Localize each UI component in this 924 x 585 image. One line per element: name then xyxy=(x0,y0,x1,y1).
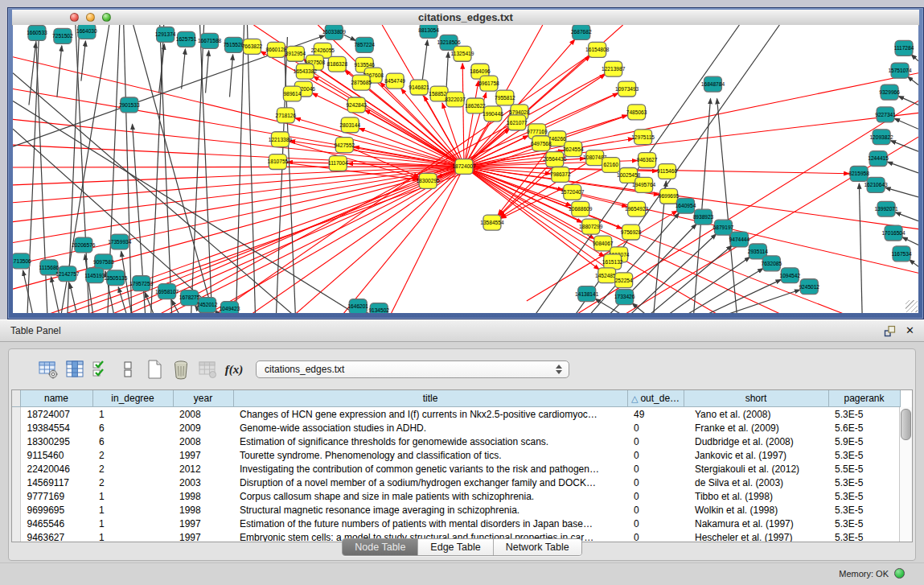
graph-node[interactable]: 8322037 xyxy=(445,92,466,107)
table-cell[interactable]: 18724007 xyxy=(20,407,92,422)
column-header-year[interactable]: year xyxy=(173,390,233,407)
graph-node[interactable]: 252254 xyxy=(615,273,633,288)
table-cell[interactable]: Changes of HCN gene expression and I(f) … xyxy=(233,407,627,422)
table-cell[interactable]: 22420046 xyxy=(20,462,92,476)
graph-node[interactable]: 8215958 xyxy=(848,167,869,182)
graph-node[interactable]: 1117004 xyxy=(328,156,348,171)
table-cell[interactable]: 9465546 xyxy=(20,517,92,530)
graph-node[interactable]: 19654923 xyxy=(625,201,649,216)
table-scrollbar-thumb[interactable] xyxy=(901,409,911,440)
table-cell[interactable]: 2 xyxy=(92,462,173,476)
table-cell[interactable]: 5.3E-5 xyxy=(828,517,900,530)
table-cell[interactable]: 0 xyxy=(627,503,684,517)
table-cell[interactable]: 2 xyxy=(92,448,173,462)
graph-node[interactable]: 2901533 xyxy=(119,97,140,113)
graph-node[interactable]: 16210643 xyxy=(864,177,888,192)
table-cell[interactable]: 9115460 xyxy=(20,448,92,462)
table-row[interactable]: 1938455462009Genome-wide association stu… xyxy=(12,421,900,435)
graph-node[interactable]: 8454749 xyxy=(384,73,405,89)
graph-node[interactable]: 1621077 xyxy=(507,115,528,130)
graph-node[interactable]: 989614 xyxy=(283,86,301,101)
float-window-icon[interactable] xyxy=(884,325,896,337)
table-row[interactable]: 1830029562008Estimation of significance … xyxy=(12,435,900,448)
graph-node[interactable]: 6879197 xyxy=(713,220,734,235)
table-cell[interactable]: 5.3E-5 xyxy=(828,476,900,489)
table-cell[interactable]: Yano et al. (2008) xyxy=(684,407,828,422)
table-cell[interactable]: Stergiakouli et al. (2012) xyxy=(684,462,828,476)
table-cell[interactable]: 0 xyxy=(627,421,684,435)
graph-node[interactable]: 16033809 xyxy=(322,25,347,39)
graph-node[interactable]: 8660128 xyxy=(266,42,287,57)
graph-node[interactable]: 18724007 xyxy=(452,159,476,175)
graph-node[interactable]: 7857224 xyxy=(354,37,375,52)
table-cell[interactable]: Wolkin et al. (1998) xyxy=(684,503,828,517)
graph-node[interactable]: 6497568 xyxy=(531,136,552,151)
graph-node[interactable]: 2718126 xyxy=(276,108,297,123)
graph-node[interactable]: 1117284 xyxy=(894,40,914,56)
table-cell[interactable]: 6 xyxy=(92,421,173,435)
graph-node[interactable]: 1049423 xyxy=(220,302,240,313)
graph-node[interactable]: 1640954 xyxy=(676,198,696,213)
graph-node[interactable]: 11325419 xyxy=(451,46,474,61)
graph-node[interactable]: 10688609 xyxy=(569,201,593,216)
table-cell[interactable]: 9777169 xyxy=(20,489,92,503)
graph-node[interactable]: 14138141 xyxy=(575,286,599,302)
table-cell[interactable]: 1998 xyxy=(173,503,233,517)
graph-node[interactable]: 7251502 xyxy=(52,28,73,43)
column-header-outde[interactable]: △out_de… xyxy=(627,390,684,407)
table-cell[interactable]: 2003 xyxy=(173,476,233,489)
table-cell[interactable]: 5.3E-5 xyxy=(828,489,900,503)
graph-node[interactable]: 17957253 xyxy=(129,276,154,291)
graph-node[interactable]: 9146821 xyxy=(409,80,429,95)
column-header-indegree[interactable]: in_degree xyxy=(92,390,173,407)
table-scrollbar[interactable] xyxy=(899,407,912,542)
table-row[interactable]: 946554611997Estimation of the future num… xyxy=(12,517,900,530)
create-table-icon[interactable] xyxy=(142,357,166,381)
graph-node[interactable]: 8186328 xyxy=(326,56,347,72)
table-row[interactable]: 1456911722003Disruption of a novel membe… xyxy=(12,476,900,489)
graph-node[interactable]: 10973493 xyxy=(615,81,639,97)
table-cell[interactable]: Corpus callosum shape and size in male p… xyxy=(233,489,627,503)
table-cell[interactable]: 5.6E-5 xyxy=(828,421,900,435)
graph-node[interactable]: 20206576 xyxy=(72,237,96,253)
graph-node[interactable]: 6961758 xyxy=(478,76,499,91)
graph-node[interactable]: 9427552 xyxy=(334,138,355,153)
graph-node[interactable]: 12213987 xyxy=(602,61,626,76)
network-window-titlebar[interactable]: citations_edges.txt xyxy=(12,10,919,26)
graph-node[interactable]: 7986372 xyxy=(550,167,571,183)
table-cell[interactable]: Investigating the contribution of common… xyxy=(233,462,627,476)
table-cell[interactable]: 2008 xyxy=(173,435,233,448)
graph-node[interactable]: 8938923 xyxy=(693,209,714,225)
table-cell[interactable]: 1 xyxy=(92,503,173,517)
table-cell[interactable]: Nakamura et al. (1997) xyxy=(684,517,828,530)
table-cell[interactable]: Tourette syndrome. Phenomenology and cla… xyxy=(233,448,627,462)
graph-node[interactable]: 3624554 xyxy=(563,142,584,157)
graph-node[interactable]: 7955812 xyxy=(495,90,515,105)
network-view[interactable]: 1660533725150216640301291374162575116671… xyxy=(13,25,918,313)
table-cell[interactable]: 5.3E-5 xyxy=(828,407,900,422)
table-cell[interactable]: 0 xyxy=(627,517,684,530)
table-cell[interactable]: 1 xyxy=(92,407,173,422)
table-row[interactable]: 1872400712008Changes of HCN gene express… xyxy=(12,407,900,422)
close-icon[interactable]: ✕ xyxy=(906,324,914,337)
graph-node[interactable]: 1244415 xyxy=(868,151,889,167)
graph-node[interactable]: 8912954 xyxy=(285,46,306,61)
table-row[interactable]: 977716911998Corpus callosum shape and si… xyxy=(12,489,900,503)
table-row[interactable]: 2242004622012Investigating the contribut… xyxy=(12,462,900,476)
table-cell[interactable]: 2009 xyxy=(173,421,233,435)
graph-node[interactable]: 12213389 xyxy=(269,132,293,147)
table-cell[interactable]: Structural magnetic resonance image aver… xyxy=(233,503,627,517)
column-header-name[interactable]: name xyxy=(20,390,92,407)
graph-node[interactable]: 12093822 xyxy=(869,130,893,145)
table-cell[interactable]: 2008 xyxy=(173,407,233,422)
table-cell[interactable]: 5.3E-5 xyxy=(828,448,900,462)
graph-node[interactable]: 16848784 xyxy=(701,76,725,92)
graph-node[interactable]: 8813054 xyxy=(418,25,439,38)
graph-node[interactable]: 16671588 xyxy=(198,33,222,48)
graph-node[interactable]: 1625751 xyxy=(176,31,197,47)
graph-node[interactable]: 17016504 xyxy=(881,225,906,241)
table-cell[interactable]: Disruption of a novel member of a sodium… xyxy=(233,476,627,489)
table-cell[interactable]: 1 xyxy=(92,517,173,530)
graph-node[interactable]: 13584554 xyxy=(480,215,504,230)
table-cell[interactable]: 0 xyxy=(627,489,684,503)
